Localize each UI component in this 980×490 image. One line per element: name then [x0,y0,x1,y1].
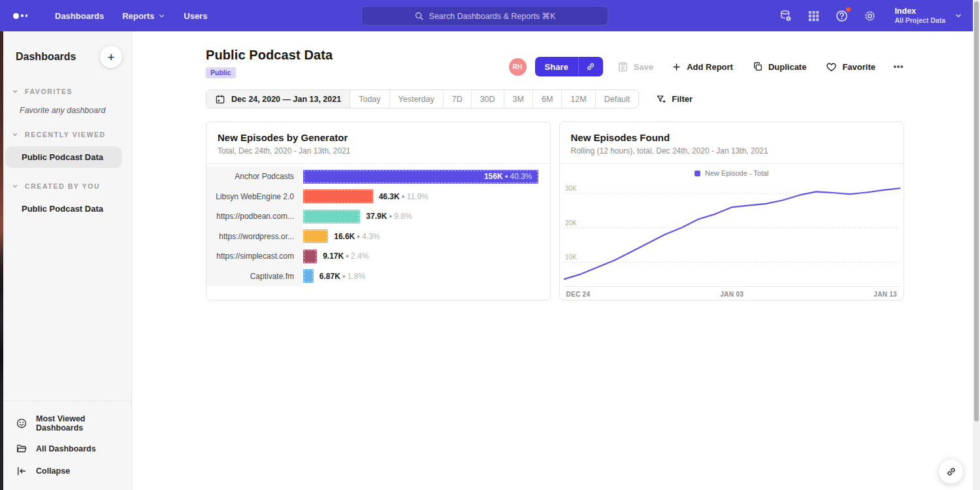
date-range-picker[interactable]: Dec 24, 2020 — Jan 13, 2021 [206,90,350,108]
date-preset-6m[interactable]: 6M [533,90,562,108]
section-header-recently-viewed[interactable]: RECENTLY VIEWED [3,127,131,142]
footer-item-label: All Dashboards [36,444,96,453]
chevron-down-icon [955,12,962,20]
section-label: FAVORITES [25,88,73,95]
bar-row: https://simplecast.com9.17K • 2.4% [206,246,550,267]
logo-dot-small [21,14,24,17]
bar-row: Anchor Podcasts156K • 40.3% [206,167,550,187]
date-preset-today[interactable]: Today [350,90,389,108]
collapse-icon [16,465,27,477]
main-content: Public Podcast Data Public RH Share [133,31,973,490]
account-switcher[interactable]: Index All Project Data [894,7,962,25]
bar-category-label: Libsyn WebEngine 2.0 [206,187,303,207]
section-header-favorites[interactable]: FAVORITES [3,84,131,99]
filter-label: Filter [672,94,693,104]
nav-item-users[interactable]: Users [174,0,216,31]
notification-badge [845,7,851,12]
share-split-button: Share [535,57,603,76]
bar-value-label: 9.17K • 2.4% [323,252,368,261]
footer-item-label: Collapse [36,466,70,476]
page-scrollbar[interactable] [973,0,980,490]
date-preset-default[interactable]: Default [596,90,639,108]
bar-category-label: https://wordpress.or... [206,227,303,247]
bar-segment[interactable] [303,229,328,243]
date-preset-30d[interactable]: 30D [472,90,504,108]
bar-row: https://wordpress.or...16.6K • 4.3% [206,227,550,247]
bar-value-label: 16.6K • 4.3% [334,232,380,241]
bar-category-label: Captivate.fm [206,267,303,287]
date-preset-3m[interactable]: 3M [504,90,533,108]
date-preset-yesterday[interactable]: Yesterday [390,90,444,108]
bar-track: 6.87K • 1.8% [303,267,550,287]
bar-track: 156K • 40.3% [303,167,550,187]
bar-category-label: https://simplecast.com [206,246,303,267]
add-report-button[interactable]: Add Report [672,62,733,72]
y-tick-label: 10K [565,253,577,261]
sidebar-item-public-podcast-data[interactable]: Public Podcast Data [5,146,122,168]
floating-share-link-button[interactable] [938,459,964,484]
duplicate-button[interactable]: Duplicate [753,61,807,72]
dashboards-sidebar: Dashboards + FAVORITES Favorite any dash… [3,31,132,490]
bar-chart-rows: Anchor Podcasts156K • 40.3%Libsyn WebEng… [206,164,550,286]
more-options-button[interactable] [892,61,904,73]
sidebar-title: Dashboards [16,51,76,63]
background-content-strip [0,31,3,490]
date-range-label: Dec 24, 2020 — Jan 13, 2021 [231,95,341,104]
nav-item-reports[interactable]: Reports [113,0,174,31]
search-input[interactable]: Search Dashboards & Reports ⌘K [361,6,608,25]
help-icon[interactable] [834,8,849,23]
favorites-empty-note: Favorite any dashboard [3,99,131,118]
bar-segment[interactable] [303,250,317,263]
settings-gear-icon[interactable] [862,8,877,23]
link-icon [945,466,957,478]
most-viewed-dashboards-button[interactable]: Most Viewed Dashboards [3,409,131,438]
x-tick-label: JAN 03 [720,291,743,298]
logo-dot-large [13,13,19,19]
apps-grid-icon[interactable] [806,8,821,23]
sidebar-footer: Most Viewed Dashboards All Dashboards Co… [3,400,131,490]
add-dashboard-button[interactable]: + [100,46,122,68]
save-label: Save [634,62,653,72]
nav-item-dashboards[interactable]: Dashboards [46,0,113,31]
bar-segment[interactable] [303,189,373,203]
line-chart-plot[interactable]: 10K20K30K [564,180,900,286]
date-preset-7d[interactable]: 7D [444,90,472,108]
bar-track: 46.3K • 11.9% [303,187,550,207]
chart-legend: New Episode - Total [560,164,904,178]
logo-dot-small [25,14,28,17]
section-label: CREATED BY YOU [25,182,100,190]
footer-item-label: Most Viewed Dashboards [36,414,122,433]
all-dashboards-button[interactable]: All Dashboards [3,438,131,460]
share-button[interactable]: Share [535,57,578,76]
filter-funnel-icon [656,94,666,105]
filter-button[interactable]: Filter [656,94,693,105]
account-scope: All Project Data [894,16,945,25]
bar-category-label: Anchor Podcasts [206,167,303,187]
bar-track: 37.9K • 9.8% [303,206,550,227]
save-button[interactable]: Save [617,61,653,73]
bar-chart-card: New Episodes by Generator Total, Dec 24t… [206,122,551,301]
bar-chart-subtitle: Total, Dec 24th, 2020 - Jan 13th, 2021 [218,146,539,155]
section-header-created-by-you[interactable]: CREATED BY YOU [3,178,131,194]
bar-row: https://podbean.com...37.9K • 9.8% [206,206,550,227]
heart-icon [826,61,837,73]
bar-track: 9.17K • 2.4% [303,246,550,267]
date-preset-12m[interactable]: 12M [562,90,595,108]
scrollbar-thumb[interactable] [974,1,979,421]
bar-segment[interactable]: 156K • 40.3% [303,170,538,184]
share-link-button[interactable] [578,57,603,76]
chevron-down-icon [12,183,18,189]
duplicate-icon [753,61,763,72]
bar-row: Captivate.fm6.87K • 1.8% [206,267,550,287]
header-actions: RH Share [509,57,904,76]
collapse-sidebar-button[interactable]: Collapse [3,460,131,482]
page-title: Public Podcast Data [206,48,333,63]
bar-category-label: https://podbean.com... [206,206,303,227]
bar-segment[interactable] [303,269,314,283]
avatar[interactable]: RH [509,58,527,76]
sidebar-item-public-podcast-data[interactable]: Public Podcast Data [5,198,122,220]
data-sources-icon[interactable] [778,8,792,23]
favorite-button[interactable]: Favorite [826,61,875,73]
app-logo[interactable] [13,13,27,19]
bar-segment[interactable] [303,210,360,223]
